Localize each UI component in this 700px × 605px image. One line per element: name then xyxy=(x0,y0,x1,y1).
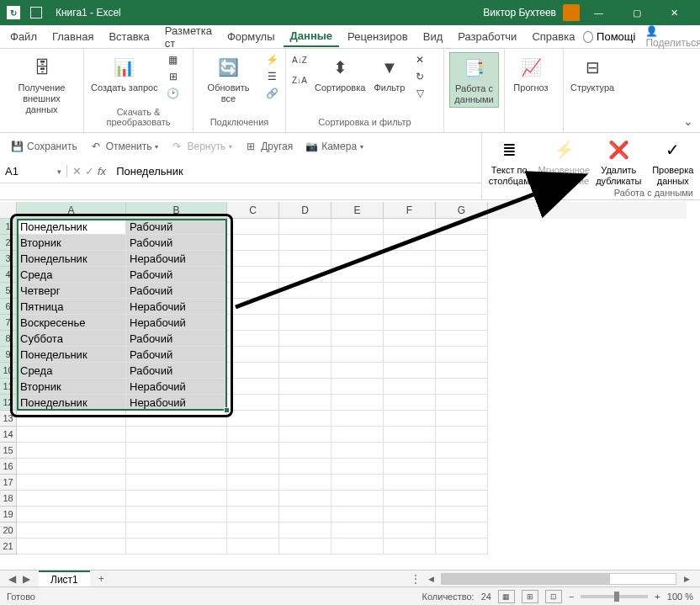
text-to-columns-button[interactable]: ≣ Текст по столбцам xyxy=(482,133,536,200)
cell[interactable] xyxy=(436,347,488,363)
cell[interactable] xyxy=(331,235,384,251)
cell[interactable] xyxy=(384,363,436,379)
cell[interactable] xyxy=(436,219,488,235)
cell[interactable] xyxy=(331,315,384,331)
cell[interactable] xyxy=(227,363,279,379)
cell[interactable] xyxy=(331,331,384,347)
cell[interactable] xyxy=(279,267,331,283)
cell[interactable]: Понедельник xyxy=(17,219,126,235)
cell[interactable] xyxy=(331,379,384,395)
cell[interactable] xyxy=(436,331,488,347)
get-external-data-button[interactable]: 🗄 Получение внешних данных xyxy=(5,52,78,118)
redo-button[interactable]: ↷Вернуть▾ xyxy=(167,138,236,155)
cell[interactable] xyxy=(227,235,279,251)
cell[interactable] xyxy=(384,443,436,459)
zoom-level[interactable]: 100 % xyxy=(667,592,693,602)
add-sheet-button[interactable]: + xyxy=(90,571,113,586)
row-header[interactable]: 7 xyxy=(0,315,17,331)
cell[interactable] xyxy=(227,443,279,459)
cell[interactable] xyxy=(331,299,384,315)
cell[interactable] xyxy=(126,443,227,459)
cell[interactable] xyxy=(227,283,279,299)
cell[interactable] xyxy=(279,347,331,363)
close-button[interactable]: ✕ xyxy=(655,0,693,25)
minimize-button[interactable]: — xyxy=(580,0,618,25)
cell[interactable] xyxy=(126,411,227,427)
cell[interactable] xyxy=(227,315,279,331)
share-button[interactable]: 👤 Поделиться xyxy=(639,24,700,50)
column-header-B[interactable]: B xyxy=(126,202,227,219)
cell[interactable] xyxy=(436,411,488,427)
cell[interactable] xyxy=(227,459,279,475)
cell[interactable]: Нерабочий xyxy=(126,315,227,331)
cell[interactable]: Четверг xyxy=(17,283,126,299)
cell[interactable] xyxy=(436,283,488,299)
cell[interactable] xyxy=(436,491,488,507)
row-header[interactable]: 12 xyxy=(0,395,17,411)
tab-data[interactable]: Данные xyxy=(284,26,340,47)
tab-developer[interactable]: Разработчи xyxy=(451,27,523,46)
cell[interactable] xyxy=(227,491,279,507)
cell[interactable] xyxy=(384,347,436,363)
refresh-all-button[interactable]: 🔄 Обновить все xyxy=(199,52,258,106)
camera-button[interactable]: 📷Камера▾ xyxy=(301,138,367,155)
cell[interactable] xyxy=(331,475,384,491)
cell[interactable] xyxy=(331,251,384,267)
cell[interactable] xyxy=(436,235,488,251)
flash-fill-button[interactable]: ⚡ Мгновенное заполнение xyxy=(536,133,591,200)
sheet-nav-prev[interactable]: ◀ xyxy=(8,573,16,585)
cell[interactable] xyxy=(279,219,331,235)
cell[interactable] xyxy=(17,523,126,539)
cell[interactable] xyxy=(384,219,436,235)
cell[interactable] xyxy=(227,299,279,315)
cell[interactable] xyxy=(279,411,331,427)
cell[interactable] xyxy=(227,251,279,267)
cell[interactable] xyxy=(384,395,436,411)
cell[interactable] xyxy=(227,379,279,395)
data-tools-button[interactable]: 📑 Работа с данными xyxy=(449,52,499,108)
cell[interactable]: Понедельник xyxy=(17,347,126,363)
cell[interactable] xyxy=(331,395,384,411)
tab-review[interactable]: Рецензиров xyxy=(341,27,415,46)
cell[interactable] xyxy=(227,475,279,491)
tell-me-label[interactable]: Помощі xyxy=(597,30,635,43)
cell[interactable] xyxy=(227,395,279,411)
column-header-F[interactable]: F xyxy=(384,202,436,219)
name-box[interactable]: A1 ▾ xyxy=(0,165,67,178)
chevron-down-icon[interactable]: ▾ xyxy=(57,167,61,176)
reapply-icon[interactable]: ↻ xyxy=(411,69,428,84)
cell[interactable] xyxy=(227,331,279,347)
undo-button[interactable]: ↶Отменить▾ xyxy=(86,138,162,155)
row-header[interactable]: 5 xyxy=(0,283,17,299)
tab-view[interactable]: Вид xyxy=(416,27,450,46)
cell[interactable] xyxy=(227,507,279,523)
zoom-slider[interactable] xyxy=(581,595,648,598)
filter-button[interactable]: ▼ Фильтр xyxy=(372,52,406,95)
cell[interactable] xyxy=(384,315,436,331)
cell[interactable]: Нерабочий xyxy=(126,251,227,267)
scroll-left-button[interactable]: ◀ xyxy=(424,572,438,586)
cell[interactable] xyxy=(331,267,384,283)
sort-button[interactable]: ⬍ Сортировка xyxy=(313,52,367,95)
cell[interactable] xyxy=(384,491,436,507)
zoom-out-button[interactable]: − xyxy=(569,592,574,602)
cell[interactable] xyxy=(17,491,126,507)
cell[interactable] xyxy=(279,491,331,507)
clear-filter-icon[interactable]: ✕ xyxy=(411,52,428,67)
sort-az-icon[interactable]: A↓Z xyxy=(291,52,308,67)
tab-file[interactable]: Файл xyxy=(3,27,44,46)
view-page-layout-button[interactable]: ⊞ xyxy=(522,590,538,603)
enter-formula-icon[interactable]: ✓ xyxy=(85,165,94,178)
cell[interactable] xyxy=(17,443,126,459)
row-header[interactable]: 19 xyxy=(0,507,17,523)
cell[interactable]: Рабочий xyxy=(126,331,227,347)
cell[interactable] xyxy=(384,283,436,299)
cell[interactable]: Рабочий xyxy=(126,235,227,251)
cell[interactable] xyxy=(17,475,126,491)
cell[interactable]: Понедельник xyxy=(17,395,126,411)
cell[interactable]: Вторник xyxy=(17,235,126,251)
recent-sources-icon[interactable]: 🕑 xyxy=(165,86,182,101)
cell[interactable] xyxy=(279,235,331,251)
cell[interactable] xyxy=(227,411,279,427)
cell[interactable] xyxy=(331,363,384,379)
